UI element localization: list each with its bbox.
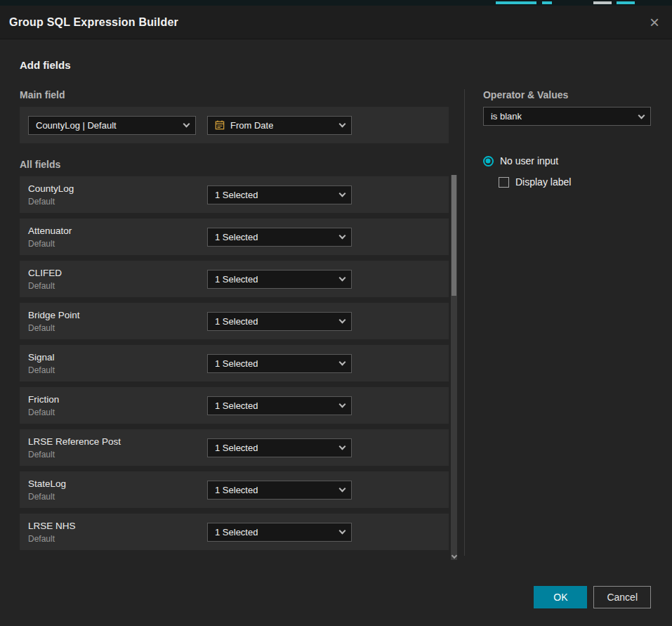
background-app-peek xyxy=(0,0,672,6)
field-type: Default xyxy=(28,450,207,459)
columns: Main field CountyLog | Default xyxy=(20,89,651,556)
field-info: Bridge Point Default xyxy=(20,310,207,333)
field-type: Default xyxy=(28,323,207,333)
field-selected-value: 1 Selected xyxy=(215,190,258,200)
field-name: LRSE Reference Post xyxy=(28,436,207,447)
dialog-title: Group SQL Expression Builder xyxy=(9,16,178,29)
field-row: Attenuator Default 1 Selected xyxy=(20,219,449,255)
field-name: CountyLog xyxy=(28,183,207,194)
field-type: Default xyxy=(28,239,207,249)
chevron-down-icon xyxy=(339,528,346,535)
dialog-footer: OK Cancel xyxy=(534,586,651,608)
no-user-input-label: No user input xyxy=(500,155,558,167)
cancel-button[interactable]: Cancel xyxy=(593,586,651,608)
chevron-down-icon xyxy=(339,121,346,128)
background-app-fragment xyxy=(593,1,612,4)
no-user-input-option[interactable]: No user input xyxy=(483,155,651,167)
chevron-down-icon xyxy=(339,233,346,240)
field-name: CLIFED xyxy=(28,268,207,278)
ok-button[interactable]: OK xyxy=(534,586,587,608)
display-label-label: Display label xyxy=(515,176,571,188)
group-sql-expression-builder-dialog: Group SQL Expression Builder × Add field… xyxy=(0,6,672,626)
field-info: CountyLog Default xyxy=(20,183,207,207)
chevron-down-icon xyxy=(339,359,346,366)
field-type: Default xyxy=(28,281,207,291)
chevron-down-icon xyxy=(339,190,346,197)
field-selected-value: 1 Selected xyxy=(215,316,258,327)
field-info: CLIFED Default xyxy=(20,268,207,291)
field-info: Attenuator Default xyxy=(20,226,207,249)
field-row: Friction Default 1 Selected xyxy=(20,387,449,424)
operator-values-label: Operator & Values xyxy=(483,89,651,100)
chevron-down-icon xyxy=(638,112,645,119)
chevron-down-icon xyxy=(339,275,346,282)
layer-dropdown-value: CountyLog | Default xyxy=(36,120,117,131)
all-fields-list-wrap: CountyLog Default 1 Selected Attenuator … xyxy=(20,176,464,550)
field-selected-value: 1 Selected xyxy=(215,443,258,453)
field-selected-dropdown[interactable]: 1 Selected xyxy=(207,438,352,457)
layer-dropdown[interactable]: CountyLog | Default xyxy=(28,116,196,135)
field-selected-dropdown[interactable]: 1 Selected xyxy=(207,185,352,204)
all-fields-list: CountyLog Default 1 Selected Attenuator … xyxy=(20,176,464,550)
field-selected-dropdown[interactable]: 1 Selected xyxy=(207,481,352,500)
fields-column: Main field CountyLog | Default xyxy=(20,89,464,556)
field-row: CLIFED Default 1 Selected xyxy=(20,261,449,297)
field-info: LRSE NHS Default xyxy=(20,521,207,544)
field-selected-value: 1 Selected xyxy=(215,527,258,537)
background-app-fragment xyxy=(496,1,536,4)
field-selected-dropdown[interactable]: 1 Selected xyxy=(207,523,352,542)
scrollbar-thumb[interactable] xyxy=(452,175,456,296)
display-label-option[interactable]: Display label xyxy=(499,176,651,188)
close-button[interactable]: × xyxy=(650,14,659,31)
field-selected-dropdown[interactable]: 1 Selected xyxy=(207,396,352,415)
scroll-down-arrow-icon[interactable] xyxy=(451,553,456,559)
radio-selected-icon[interactable] xyxy=(483,156,494,167)
calendar-icon xyxy=(215,120,225,130)
field-info: LRSE Reference Post Default xyxy=(20,436,207,459)
field-type: Default xyxy=(28,534,207,544)
all-fields-label: All fields xyxy=(20,159,464,170)
main-field-panel: CountyLog | Default xyxy=(20,107,449,143)
checkbox-unchecked-icon[interactable] xyxy=(499,177,509,188)
field-selected-value: 1 Selected xyxy=(215,400,258,411)
operator-dropdown-value: is blank xyxy=(491,111,522,122)
operator-dropdown[interactable]: is blank xyxy=(483,107,651,126)
field-row: LRSE NHS Default 1 Selected xyxy=(20,514,449,550)
dialog-body: Add fields Main field CountyLog | Defaul… xyxy=(0,39,672,556)
field-type: Default xyxy=(28,492,207,502)
add-fields-heading: Add fields xyxy=(20,59,651,71)
field-selected-dropdown[interactable]: 1 Selected xyxy=(207,270,352,289)
field-selected-value: 1 Selected xyxy=(215,485,258,495)
chevron-down-icon xyxy=(339,485,346,493)
field-selected-value: 1 Selected xyxy=(215,358,258,369)
field-name: Friction xyxy=(28,394,207,405)
field-selected-dropdown[interactable]: 1 Selected xyxy=(207,354,352,373)
field-row: Bridge Point Default 1 Selected xyxy=(20,303,449,339)
field-selected-value: 1 Selected xyxy=(215,274,258,285)
dialog-header: Group SQL Expression Builder × xyxy=(0,6,672,39)
chevron-down-icon xyxy=(339,401,346,408)
main-field-dropdown-value: From Date xyxy=(230,120,273,131)
scrollbar-track[interactable] xyxy=(451,175,457,560)
field-selected-dropdown[interactable]: 1 Selected xyxy=(207,312,352,331)
field-row: CountyLog Default 1 Selected xyxy=(20,176,449,213)
background-app-fragment xyxy=(542,1,552,4)
field-selected-value: 1 Selected xyxy=(215,232,258,242)
operator-values-column: Operator & Values is blank No user input… xyxy=(465,89,651,556)
field-row: StateLog Default 1 Selected xyxy=(20,471,449,508)
field-selected-dropdown[interactable]: 1 Selected xyxy=(207,228,352,247)
radio-dot xyxy=(486,159,491,164)
close-icon: × xyxy=(650,13,659,32)
field-name: Bridge Point xyxy=(28,310,207,320)
main-field-dropdown[interactable]: From Date xyxy=(207,116,352,135)
field-name: StateLog xyxy=(28,478,207,489)
field-type: Default xyxy=(28,407,207,417)
field-name: LRSE NHS xyxy=(28,521,207,531)
field-name: Signal xyxy=(28,352,207,363)
field-info: Signal Default xyxy=(20,352,207,375)
field-type: Default xyxy=(28,197,207,207)
field-info: StateLog Default xyxy=(20,478,207,502)
field-row: LRSE Reference Post Default 1 Selected xyxy=(20,429,449,466)
background-app-fragment xyxy=(617,1,635,4)
field-info: Friction Default xyxy=(20,394,207,417)
